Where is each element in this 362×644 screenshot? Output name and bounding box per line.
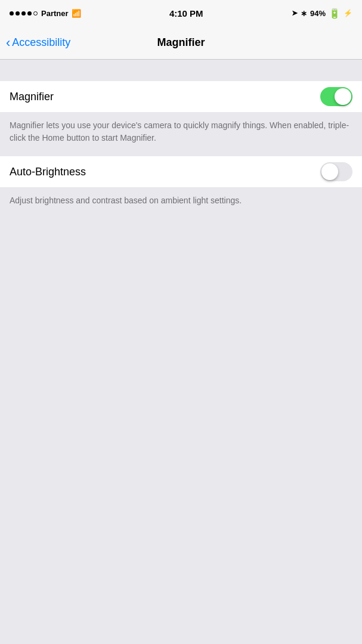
magnifier-label: Magnifier — [10, 91, 54, 103]
bluetooth-icon: ∗ — [301, 9, 307, 18]
battery-icon: 🔋 — [329, 8, 341, 19]
auto-brightness-row: Auto-Brightness — [0, 156, 362, 187]
magnifier-row: Magnifier — [0, 81, 362, 112]
signal-dot-3 — [21, 11, 26, 16]
signal-dot-5 — [33, 11, 38, 16]
signal-dot-2 — [16, 11, 20, 16]
battery-percentage: 94% — [310, 9, 326, 18]
magnifier-toggle-thumb — [335, 88, 351, 105]
status-right: ➤ ∗ 94% 🔋 ⚡ — [292, 8, 352, 19]
auto-brightness-toggle-thumb — [321, 163, 338, 180]
top-spacer — [0, 60, 362, 81]
signal-dot-4 — [27, 11, 32, 16]
auto-brightness-description: Adjust brightness and contrast based on … — [0, 187, 362, 219]
signal-dots — [10, 11, 38, 16]
nav-bar: ‹ Accessibility Magnifier — [0, 26, 362, 60]
status-bar: Partner 📶 4:10 PM ➤ ∗ 94% 🔋 ⚡ — [0, 0, 362, 26]
status-left: Partner 📶 — [10, 9, 81, 18]
status-time: 4:10 PM — [169, 8, 203, 18]
back-button[interactable]: ‹ Accessibility — [6, 36, 70, 49]
magnifier-toggle[interactable] — [320, 87, 352, 106]
back-chevron-icon: ‹ — [6, 36, 10, 49]
signal-dot-1 — [10, 11, 14, 16]
back-label: Accessibility — [12, 36, 70, 49]
location-icon: ➤ — [292, 9, 298, 17]
carrier-name: Partner — [41, 9, 69, 18]
magnifier-description-text: Magnifier lets you use your device's cam… — [10, 119, 352, 144]
auto-brightness-description-text: Adjust brightness and contrast based on … — [10, 194, 352, 207]
magnifier-description: Magnifier lets you use your device's cam… — [0, 112, 362, 156]
auto-brightness-toggle[interactable] — [320, 162, 352, 181]
carrier-wifi: Partner 📶 — [41, 9, 81, 18]
auto-brightness-label: Auto-Brightness — [10, 166, 86, 178]
magnifier-section: Magnifier — [0, 81, 362, 112]
wifi-icon: 📶 — [72, 9, 81, 18]
page-title: Magnifier — [157, 36, 205, 49]
charging-icon: ⚡ — [344, 9, 352, 17]
auto-brightness-section: Auto-Brightness — [0, 156, 362, 187]
